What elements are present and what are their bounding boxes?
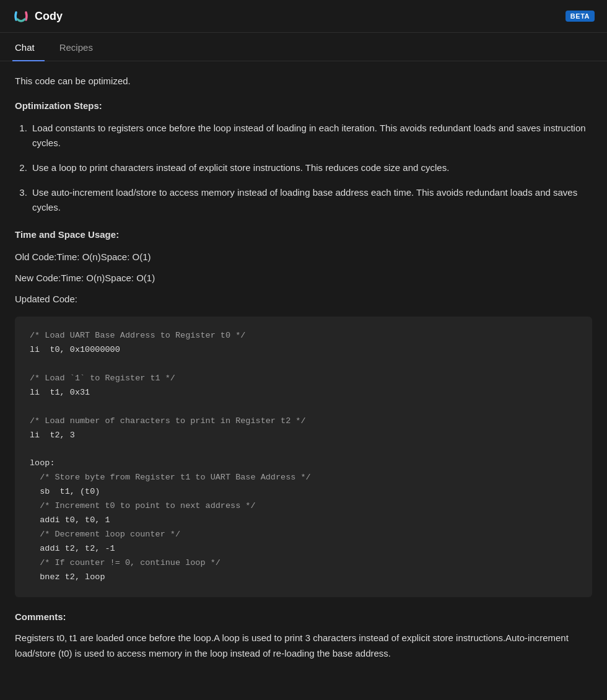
steps-list: Load constants to registers once before … xyxy=(15,121,592,215)
usage-section: Time and Space Usage: Old Code:Time: O(n… xyxy=(15,227,592,286)
code-line: li t2, 3 xyxy=(30,431,75,440)
code-line: li t0, 0x10000000 xyxy=(30,345,120,354)
updated-code-title: Updated Code: xyxy=(15,292,592,307)
code-line: li t1, 0x31 xyxy=(30,388,90,397)
logo-area: Cody xyxy=(12,7,63,25)
cody-logo-icon xyxy=(12,7,30,25)
code-line: /* If counter != 0, continue loop */ xyxy=(30,558,221,567)
logo-text: Cody xyxy=(35,10,63,23)
code-line: /* Store byte from Register t1 to UART B… xyxy=(30,473,311,482)
tabs-bar: Chat Recipes xyxy=(0,33,607,61)
code-comment: /* Load UART Base Address to Register t0… xyxy=(30,331,245,340)
tab-chat[interactable]: Chat xyxy=(12,33,45,61)
list-item: Use auto-increment load/store to access … xyxy=(30,185,592,215)
code-line: /* Decrement loop counter */ xyxy=(30,530,180,539)
list-item: Load constants to registers once before … xyxy=(30,121,592,151)
comments-section: Comments: Registers t0, t1 are loaded on… xyxy=(15,610,592,662)
usage-title: Time and Space Usage: xyxy=(15,227,592,242)
code-line: sb t1, (t0) xyxy=(30,487,100,496)
list-item: Use a loop to print characters instead o… xyxy=(30,160,592,175)
beta-badge: BETA xyxy=(566,11,595,22)
code-line: addi t2, t2, -1 xyxy=(30,544,115,553)
code-line: bnez t2, loop xyxy=(30,572,105,582)
code-line: loop: xyxy=(30,458,55,468)
header: Cody BETA xyxy=(0,0,607,33)
code-block: /* Load UART Base Address to Register t0… xyxy=(15,317,592,597)
code-line: /* Increment t0 to point to next address… xyxy=(30,501,256,510)
intro-text: This code can be optimized. xyxy=(15,74,592,89)
comments-body: Registers t0, t1 are loaded once before … xyxy=(15,631,592,662)
optimization-steps-title: Optimization Steps: xyxy=(15,98,592,113)
old-code-usage: Old Code:Time: O(n)Space: O(1) xyxy=(15,250,592,265)
tab-recipes[interactable]: Recipes xyxy=(57,33,103,61)
code-line: addi t0, t0, 1 xyxy=(30,515,110,525)
new-code-usage: New Code:Time: O(n)Space: O(1) xyxy=(15,271,592,286)
code-comment: /* Load `1` to Register t1 */ xyxy=(30,374,175,383)
main-content: This code can be optimized. Optimization… xyxy=(0,61,607,673)
comments-title: Comments: xyxy=(15,610,592,624)
code-comment: /* Load number of characters to print in… xyxy=(30,416,306,426)
